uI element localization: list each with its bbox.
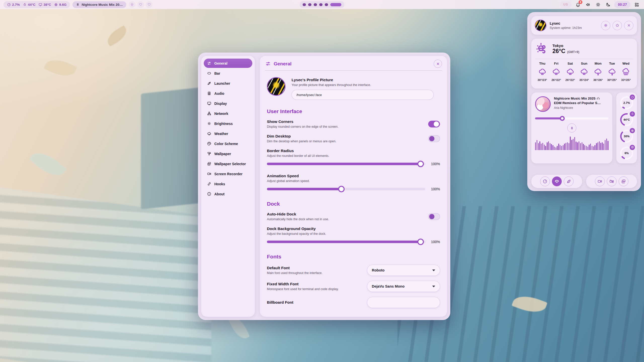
sidebar-item-wallpaper-selector[interactable]: Wallpaper Selector xyxy=(204,159,252,168)
workspace-dot[interactable] xyxy=(303,3,306,6)
visualizer-bar xyxy=(564,144,565,150)
visualizer-bar xyxy=(570,137,571,150)
billboard-font-row-clipped: Billboard Font xyxy=(267,297,440,308)
billboard-font-text: Billboard Font xyxy=(267,300,367,305)
forecast-temps: 30°/23° xyxy=(538,78,547,81)
tray-skull-icon[interactable] xyxy=(129,1,135,8)
album-art xyxy=(535,96,551,112)
keyboard-layout-indicator[interactable]: US xyxy=(560,1,572,8)
workspace-dot[interactable] xyxy=(308,3,311,6)
link-icon xyxy=(207,182,211,186)
slider-knob[interactable] xyxy=(417,239,424,245)
forecast-day-label: Sat xyxy=(568,62,573,65)
night-mode-button[interactable] xyxy=(604,1,612,8)
visualizer-bar xyxy=(589,145,589,150)
sidebar-item-network[interactable]: Network xyxy=(204,109,252,118)
sidebar-item-label: Display xyxy=(214,102,227,106)
tray-heart-icon[interactable] xyxy=(146,1,152,8)
sidebar-item-label: Audio xyxy=(214,92,224,96)
close-dashboard-button[interactable] xyxy=(624,21,633,30)
default-font-select[interactable]: Roboto xyxy=(367,265,440,276)
stat-value: 38°C xyxy=(44,3,51,7)
sidebar-item-label: About xyxy=(214,192,224,196)
sidebar-item-label: Color Scheme xyxy=(214,142,238,146)
sun-haze-icon xyxy=(535,42,549,56)
sidebar-item-bar[interactable]: Bar xyxy=(204,69,252,78)
sidebar-item-screen-recorder[interactable]: Screen Recorder xyxy=(204,169,252,178)
dim-desktop-toggle[interactable] xyxy=(428,135,440,142)
sidebar-item-brightness[interactable]: Brightness xyxy=(204,119,252,128)
performance-button[interactable] xyxy=(540,176,550,186)
visualizer-bar xyxy=(569,143,569,150)
media-progress-knob[interactable] xyxy=(560,116,565,121)
auto-hide-dock-toggle[interactable] xyxy=(428,213,440,220)
sidebar-item-weather[interactable]: Weather xyxy=(204,129,252,138)
wallpaper-gallery-button[interactable] xyxy=(619,176,628,186)
visualizer-bar xyxy=(560,145,560,150)
dim-desktop-desc: Dim the desktop when panels or menus are… xyxy=(267,140,421,143)
sidebar-item-label: Launcher xyxy=(214,81,230,85)
media-title-line1: Nightcore Music Mix 2025 xyxy=(554,96,601,101)
sidebar-item-hooks[interactable]: Hooks xyxy=(204,179,252,189)
video-icon xyxy=(597,179,602,184)
default-font-desc: Main font used throughout the interface. xyxy=(267,271,367,275)
screen-record-off-button[interactable] xyxy=(607,176,617,186)
visualizer-bar xyxy=(574,137,575,150)
fixed-width-font-select[interactable]: DejaVu Sans Mono xyxy=(367,281,440,292)
page-title: General xyxy=(274,61,431,67)
profile-title: Lysec's Profile Picture xyxy=(292,78,440,82)
animation-speed-slider[interactable] xyxy=(267,186,425,192)
system-stats-pill[interactable]: 2.7%44°C38°C9.6G xyxy=(4,1,70,8)
brightness-button[interactable] xyxy=(594,1,602,8)
workspace-indicator[interactable] xyxy=(300,1,344,8)
dashboard-toggle-button[interactable] xyxy=(633,1,640,8)
pause-icon xyxy=(76,3,79,6)
video-off-icon xyxy=(609,179,614,184)
gauge-icon xyxy=(543,179,547,184)
monitor-icon xyxy=(38,3,42,7)
volume-button[interactable] xyxy=(584,1,592,8)
sidebar-item-audio[interactable]: Audio xyxy=(204,89,252,98)
sidebar-item-color-scheme[interactable]: Color Scheme xyxy=(204,139,252,148)
dock-opacity-slider[interactable] xyxy=(267,239,425,245)
billboard-font-select[interactable] xyxy=(367,297,440,308)
media-player-pill[interactable]: Nightcore Music Mix 20… xyxy=(72,1,126,8)
media-progress-slider[interactable] xyxy=(535,116,609,121)
screen-record-button[interactable] xyxy=(595,176,605,186)
workspace-dot[interactable] xyxy=(319,3,323,6)
sidebar-item-general[interactable]: General xyxy=(204,59,252,68)
profile-avatar[interactable] xyxy=(267,77,286,96)
power-button[interactable] xyxy=(613,21,622,30)
workspace-dot[interactable] xyxy=(314,3,317,6)
pause-button[interactable] xyxy=(567,123,576,132)
animation-speed-slider-line: 100% xyxy=(267,186,440,192)
sidebar-item-about[interactable]: About xyxy=(204,189,252,199)
sidebar-item-launcher[interactable]: Launcher xyxy=(204,79,252,88)
utilities-group xyxy=(586,175,637,188)
profile-path-input[interactable] xyxy=(292,90,434,100)
border-radius-slider-line: 100% xyxy=(267,161,440,167)
notifications-button[interactable]: 8 xyxy=(574,1,582,8)
tray-heart-icon[interactable] xyxy=(137,1,144,8)
workspace-active[interactable] xyxy=(330,3,341,6)
slider-knob[interactable] xyxy=(417,161,424,167)
cloud-bolt-icon xyxy=(594,68,602,76)
sidebar-item-wallpaper[interactable]: Wallpaper xyxy=(204,149,252,158)
slider-knob[interactable] xyxy=(338,186,345,192)
sidebar-item-display[interactable]: Display xyxy=(204,99,252,108)
show-corners-toggle[interactable] xyxy=(428,121,440,127)
workspace-dot[interactable] xyxy=(325,3,328,6)
visualizer-bar xyxy=(582,142,582,150)
forecast-day-thu: Thu 30°/23° xyxy=(535,62,549,81)
close-settings-button[interactable] xyxy=(434,60,442,68)
weather-timezone: (GMT+9) xyxy=(567,50,579,54)
visualizer-bar xyxy=(596,143,597,150)
border-radius-slider[interactable] xyxy=(267,161,425,167)
balanced-button[interactable] xyxy=(552,176,562,186)
skull-icon xyxy=(130,3,134,6)
settings-button[interactable] xyxy=(601,21,610,30)
leaf-icon xyxy=(566,179,571,184)
power-saver-button[interactable] xyxy=(564,176,574,186)
clock[interactable]: 00:27 xyxy=(614,1,630,8)
show-corners-text: Show Corners Display rounded corners on … xyxy=(267,119,428,128)
